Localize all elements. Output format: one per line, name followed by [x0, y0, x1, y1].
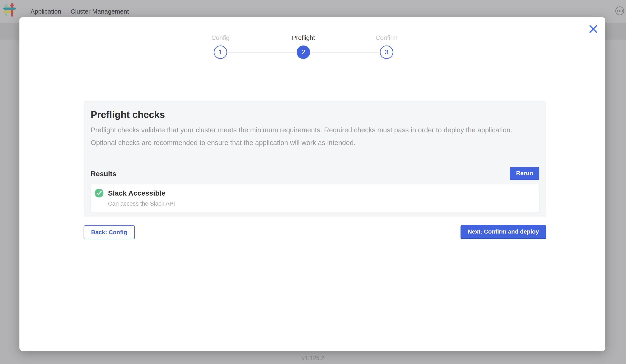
dot	[619, 10, 621, 12]
step-circle-1[interactable]: 1	[214, 45, 227, 59]
stepper-step-preflight: Preflight 2	[276, 34, 331, 59]
results-heading: Results	[91, 170, 117, 178]
stepper-step-confirm: Confirm 3	[359, 34, 414, 59]
preflight-wizard-modal: Config 1 Preflight 2 Confirm 3 Preflight…	[19, 17, 605, 351]
nav-tab-application[interactable]: Application	[31, 8, 61, 15]
step-circle-2[interactable]: 2	[297, 45, 310, 59]
step-label: Preflight	[276, 34, 331, 41]
stepper-step-config: Config 1	[193, 34, 248, 59]
panel-title: Preflight checks	[91, 109, 539, 120]
panel-description: Preflight checks validate that your clus…	[91, 124, 539, 149]
result-title: Slack Accessible	[108, 189, 165, 197]
result-head: Slack Accessible	[95, 189, 534, 198]
overflow-menu-icon[interactable]	[615, 6, 624, 15]
step-circle-3[interactable]: 3	[380, 45, 393, 59]
step-label: Config	[193, 34, 248, 41]
dot	[622, 10, 623, 12]
close-icon[interactable]	[588, 24, 598, 34]
nav-tab-cluster-management[interactable]: Cluster Management	[71, 8, 129, 15]
results-header-row: Results Rerun	[91, 167, 539, 180]
result-detail: Can access the Slack API	[108, 200, 534, 207]
app-version-label: v1.125.2	[0, 355, 626, 362]
preflight-checks-panel: Preflight checks Preflight checks valida…	[83, 101, 547, 217]
back-config-button[interactable]: Back: Config	[83, 225, 135, 239]
dot	[617, 10, 618, 12]
next-confirm-deploy-button[interactable]: Next: Confirm and deploy	[461, 225, 546, 239]
check-circle-icon	[95, 189, 103, 198]
rerun-button[interactable]: Rerun	[510, 167, 539, 180]
app-logo-icon	[3, 2, 16, 18]
step-label: Confirm	[359, 34, 414, 41]
preflight-result-card: Slack Accessible Can access the Slack AP…	[91, 184, 539, 212]
